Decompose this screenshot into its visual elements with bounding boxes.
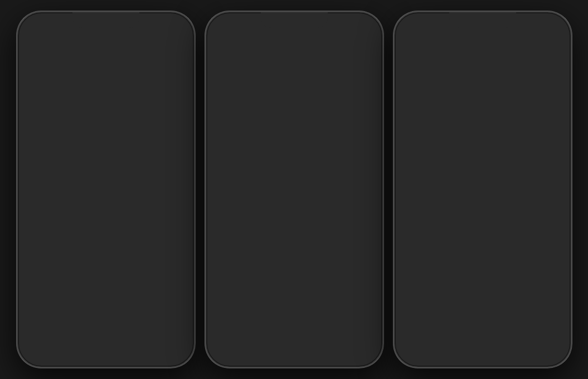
people-search-bar[interactable]: 🔍 Search (212, 55, 377, 71)
chat-time-1: 12:05 (174, 169, 188, 176)
phone-people: 16:38 ▂▄▆ ᵎ 🔋 People 📋 👤+ 🔍 Search Your … (205, 11, 383, 368)
chats-stories-row: + Your Story Sonya Kalina Kamelia Plamen (17, 76, 195, 122)
people-name-5: Любомир Конев (240, 310, 362, 319)
camera-icon[interactable]: 📷 (150, 33, 166, 49)
chat-item-1[interactable]: Ana Marcheva Emoji съобщение... 12:05 (17, 156, 195, 190)
disc-cat-1: Game (430, 225, 565, 231)
people-action-1[interactable]: ⋯ (368, 182, 377, 193)
people-avatar-5 (212, 303, 234, 325)
tab-for-you[interactable]: FOR YOU (401, 77, 483, 90)
people-item-5[interactable]: Любомир Конев ⋯ (205, 299, 383, 331)
story-avatar-1[interactable] (58, 79, 87, 108)
people-avatar-2 (212, 208, 234, 230)
story-avatar-4[interactable] (162, 79, 191, 108)
people-avatar-0 (212, 144, 234, 167)
tab-discover[interactable]: 🧭 (152, 346, 178, 359)
ps-label-2: Яяя! В... (299, 127, 339, 132)
tab-businesses[interactable]: BUSINESSES (483, 77, 565, 90)
disc-desc-0: Обучения и Бизнес Консултации (430, 197, 565, 203)
chat-item-4[interactable]: Frozen Flame Нещо важно написано тук... … (17, 257, 195, 291)
disc-item-1[interactable]: 🎲 Ludo Club Game (393, 208, 572, 240)
user-avatar-people[interactable] (214, 32, 232, 50)
compose-icon[interactable]: ✏️ (171, 33, 186, 49)
chat-info-1: Ana Marcheva Emoji съобщение... (54, 165, 169, 180)
status-time-people: 16:38 (216, 18, 234, 26)
people-search-placeholder: Search (230, 59, 253, 67)
add-person-icon[interactable]: 👤+ (359, 33, 375, 49)
story-avatar-3[interactable] (127, 79, 156, 108)
contacts-icon[interactable]: 📋 (339, 33, 354, 49)
discover-tab-icon-d: 🧭 (535, 346, 549, 359)
see-more-button[interactable]: See More (536, 162, 565, 172)
disc-item-2[interactable]: 🛒 Get.bg Shopping Ако търсите добри цени… (393, 240, 572, 272)
people-action-5[interactable]: ⋯ (368, 309, 377, 320)
chat-time-0: 13:20 (174, 135, 188, 142)
people-tab-bar: 💬 👥 6 🧭 (205, 341, 383, 368)
chat-name-5: Liberty (54, 301, 167, 309)
add-story-btn[interactable]: + (23, 79, 52, 108)
people-screen: 16:38 ▂▄▆ ᵎ 🔋 People 📋 👤+ 🔍 Search Your … (205, 11, 383, 368)
disc-item-3[interactable]: 🃏 Solitaire Story - Tripeaks Game Play S… (393, 272, 572, 304)
user-avatar-discover[interactable] (402, 32, 420, 50)
disc-name-1: Ludo Club (430, 217, 565, 225)
story-4[interactable]: Plamen (162, 79, 191, 116)
chat-avatar-2 (23, 194, 48, 218)
people-item-4[interactable]: Magdalena Stefanova ⋯ (205, 267, 383, 299)
people-stories-row: Your Story Sylvia Wil... Яяя! В... Bachk… (205, 76, 383, 140)
tab-discover-d[interactable]: 🧭 (528, 346, 555, 359)
people-story-0[interactable]: Your Story (212, 79, 252, 134)
tab-chats-d[interactable]: 💬 (410, 346, 436, 359)
people-item-2[interactable]: Kamean Dechev ⋯ (205, 203, 383, 235)
story-add[interactable]: + Your Story (23, 79, 52, 116)
recent-label-2: Зоомагазин Biga Zoo (480, 144, 514, 156)
chat-name-4: Frozen Flame (54, 267, 167, 275)
people-list: Sonya Snagan ⋯ Kalina Karadjikova ⋯ Kame… (205, 140, 383, 362)
disc-info-0: Sales Machine Education Обучения и Бизне… (430, 182, 565, 203)
tab-discover-p[interactable]: 🧭 (340, 346, 367, 359)
chats-search-bar[interactable]: 🔍 Search (23, 55, 188, 71)
recent-item-1[interactable]: GB GearBest (443, 113, 472, 156)
story-1[interactable]: Sonya (58, 79, 87, 116)
chat-preview-2: Игра съобщение... (54, 207, 169, 214)
disc-info-1: Ludo Club Game (430, 217, 565, 231)
chat-item-2[interactable]: Peter Levski 🎮 Игра съобщение... 11:44 (17, 190, 195, 223)
chat-item-5[interactable]: Liberty Urban National Walking, Tue... В… (17, 291, 195, 325)
people-item-0[interactable]: Sonya Snagan ⋯ (205, 140, 383, 172)
people-tab-badge-d: 6 (485, 343, 493, 349)
recent-item-2[interactable]: 🦁 Зоомагазин Biga Zoo (480, 113, 514, 156)
more-title: More (400, 162, 421, 172)
people-story-1[interactable]: Sylvia Wil... (255, 79, 295, 134)
tab-people-p[interactable]: 👥 6 (280, 346, 307, 359)
people-action-2[interactable]: ⋯ (368, 214, 377, 225)
chat-preview-5: Urban National Walking, Tue... (54, 309, 167, 316)
people-name-1: Kalina Karadjikova (240, 183, 362, 192)
disc-name-3: Solitaire Story - Tripeaks (430, 278, 565, 286)
user-avatar-chats[interactable] (26, 32, 43, 50)
people-item-3[interactable]: Parabot ⋯ (205, 235, 383, 267)
story-3[interactable]: Kamelia (127, 79, 156, 116)
people-story-2[interactable]: Яяя! В... (299, 79, 339, 134)
discover-search-bar[interactable]: 🔍 Search (400, 55, 565, 71)
chat-item-0[interactable]: Sonya Snagan Последно съобщение тук... 1… (17, 122, 195, 156)
people-action-0[interactable]: ⋯ (368, 150, 377, 161)
recent-label-0: AATraining - Обучение... (400, 144, 434, 156)
recent-item-0[interactable]: AATRAINCLUB AATraining - Обучение... (400, 113, 434, 156)
tab-chats[interactable]: 💬 (33, 346, 60, 359)
disc-item-4[interactable]: 🎵 Dimitri Vegas & Like Mike (393, 304, 572, 336)
story-avatar-2[interactable] (93, 79, 122, 108)
people-action-3[interactable]: ⋯ (368, 246, 377, 256)
people-story-3[interactable]: Bachkovo (342, 79, 382, 134)
chats-tab-bar: 💬 👥 6 🧭 (17, 341, 195, 368)
chat-time-2: 11:44 (174, 203, 188, 210)
people-action-4[interactable]: ⋯ (368, 278, 377, 288)
chat-item-3[interactable]: Wiko & K-Dog Training Health... Sunday. … (17, 223, 195, 257)
tab-people[interactable]: 👥 6 (92, 346, 119, 359)
people-item-1[interactable]: Kalina Karadjikova ⋯ (205, 172, 383, 203)
story-2[interactable]: Kalina (93, 79, 122, 116)
status-bar-people: 16:38 ▂▄▆ ᵎ 🔋 (205, 11, 383, 29)
tab-people-d[interactable]: 👥 6 (469, 346, 495, 359)
disc-name-0: Sales Machine (430, 182, 565, 191)
disc-item-0[interactable]: Sales Machine Education Обучения и Бизне… (393, 177, 572, 208)
tab-chats-p[interactable]: 💬 (221, 346, 248, 359)
phone-discover: 16:38 ▂▄▆ ᵎ 🔋 Discover 🔍 Search FOR YOU … (393, 11, 572, 368)
